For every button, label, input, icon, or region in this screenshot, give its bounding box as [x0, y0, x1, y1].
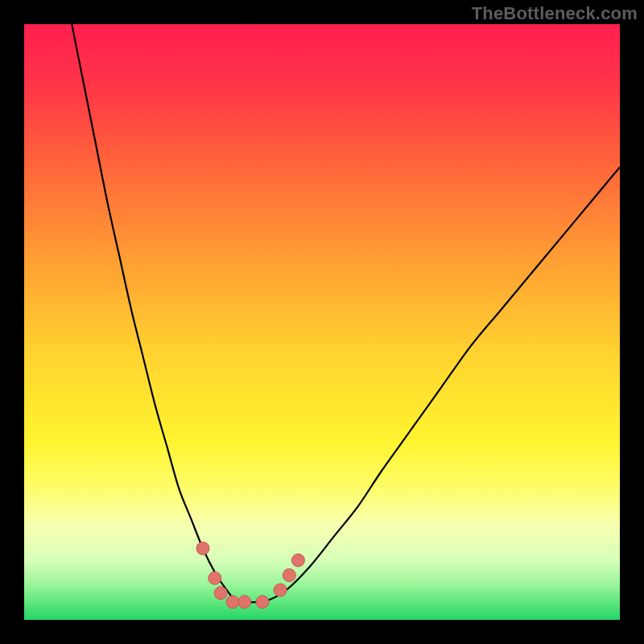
curve-marker: [238, 596, 251, 609]
curve-marker: [226, 596, 239, 609]
curve-marker: [196, 542, 209, 555]
chart-frame: TheBottleneck.com: [0, 0, 644, 644]
chart-svg: [24, 24, 620, 620]
curve-marker: [256, 596, 269, 609]
curve-marker: [283, 569, 295, 582]
curve-marker: [208, 572, 221, 584]
curve-marker: [291, 554, 304, 567]
curve-markers: [196, 542, 304, 609]
bottleneck-curve: [72, 24, 620, 602]
curve-marker: [214, 587, 227, 600]
plot-area: [24, 24, 620, 620]
watermark-text: TheBottleneck.com: [472, 3, 638, 24]
curve-marker: [274, 584, 287, 597]
